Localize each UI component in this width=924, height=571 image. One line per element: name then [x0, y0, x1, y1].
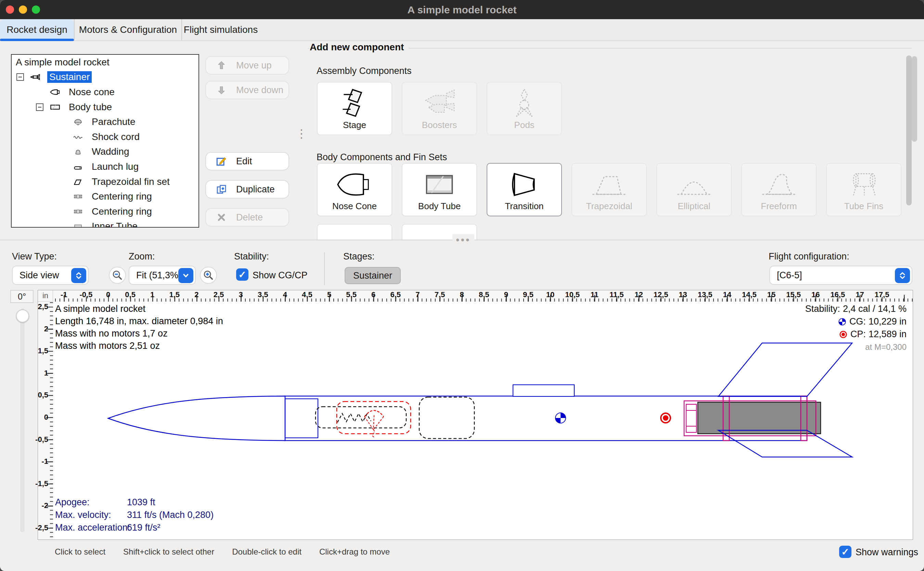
component-card-icon: [585, 169, 633, 200]
component-actions: Move up Move down Edit Duplicate Delete: [205, 56, 289, 227]
motor-shape[interactable]: [698, 402, 821, 434]
tree-row[interactable]: Centering ring: [12, 204, 199, 219]
ruler-tick-label: 5,5: [346, 290, 357, 299]
ruler-tick-label: -1,5: [35, 479, 48, 488]
tree-item-icon: [46, 86, 64, 97]
ruler-tick-label: 12,5: [654, 290, 668, 299]
ruler-tick-label: 1: [150, 290, 154, 299]
action-button[interactable]: Duplicate: [205, 180, 289, 199]
ruler-tick-label: 2: [44, 324, 48, 333]
close-window-button[interactable]: [6, 6, 14, 14]
ruler-tick-label: 6: [371, 290, 376, 299]
rocket-info-line: Length 16,748 in, max. diameter 0,984 in: [55, 315, 223, 327]
main-tab[interactable]: Flight simulations: [182, 19, 259, 40]
zoom-in-button[interactable]: [200, 267, 217, 284]
ruler-tick-label: 6,5: [391, 290, 401, 299]
tree-expander-icon[interactable]: [17, 73, 24, 81]
tree-row[interactable]: Sustainer: [12, 70, 199, 85]
show-cgcp-checkbox[interactable]: ✓: [236, 269, 248, 281]
rocket-canvas[interactable]: in -1-0,500,511,522,533,544,555,566,577,…: [38, 290, 913, 540]
tree-row[interactable]: Inner Tube: [12, 219, 199, 228]
ruler-tick-label: 1: [44, 369, 48, 378]
add-panel-scrollbar[interactable]: [912, 56, 917, 142]
zoom-label: Zoom:: [129, 251, 155, 262]
tree-expander-icon[interactable]: [36, 103, 43, 111]
stability-label: Stability:: [234, 251, 269, 262]
stability-block: Stability:2,4 cal / 14,1 % CG:10,229 in …: [805, 302, 907, 353]
tree-item-label: Wadding: [90, 146, 131, 157]
rocket-info-line: A simple model rocket: [55, 302, 223, 315]
tree-item-icon: [69, 206, 87, 217]
tree-row[interactable]: Launch lug: [12, 159, 199, 174]
section-title-assembly: Assembly Components: [317, 66, 412, 76]
tree-item-icon: [46, 102, 64, 113]
cg-value: 10,229 in: [869, 315, 907, 328]
zoom-out-button[interactable]: [109, 267, 126, 284]
ruler-tick-label: 14: [723, 290, 732, 299]
tree-row[interactable]: Shock cord: [12, 130, 199, 145]
action-button-icon: [216, 60, 227, 71]
add-component-title: Add new component: [310, 42, 409, 53]
show-warnings-label: Show warnings: [856, 547, 918, 558]
tree-row[interactable]: Parachute: [12, 114, 199, 130]
ruler-tick-label: 10,5: [565, 290, 580, 299]
component-card-icon: [500, 169, 548, 200]
hint-text: Double-click to edit: [232, 547, 302, 557]
launch-lug-shape[interactable]: [513, 385, 574, 397]
ruler-tick-label: 12: [634, 290, 643, 299]
component-card: Trapezoidal: [571, 163, 647, 216]
rotation-slider-knob[interactable]: [16, 309, 29, 323]
show-warnings-checkbox[interactable]: ✓: [839, 546, 852, 558]
component-card-icon: [416, 88, 464, 119]
engine-block-shape[interactable]: [686, 404, 696, 432]
tree-row[interactable]: Body tube: [12, 100, 199, 115]
nose-cone-shape[interactable]: [108, 396, 285, 441]
rocket-info-block: A simple model rocketLength 16,748 in, m…: [55, 302, 223, 352]
component-card[interactable]: Body Tube: [402, 163, 477, 216]
component-card[interactable]: Stage: [317, 82, 392, 135]
component-card-partial[interactable]: [317, 224, 392, 240]
horizontal-splitter-handle-icon[interactable]: •••: [453, 234, 474, 246]
chevron-updown-icon: [71, 268, 86, 283]
section-title-body: Body Components and Fin Sets: [317, 152, 447, 163]
tree-item-icon: [69, 176, 87, 187]
ruler-tick-label: 2: [194, 290, 199, 299]
flight-config-select[interactable]: [C6-5]: [769, 265, 912, 285]
tree-item-label: Trapezoidal fin set: [90, 176, 172, 188]
view-type-label: View Type:: [12, 251, 57, 262]
checkmark-icon: ✓: [238, 269, 246, 280]
stability-label: Stability:: [805, 302, 840, 315]
action-button[interactable]: Edit: [205, 152, 289, 170]
ruler-tick-label: 14,5: [742, 290, 757, 299]
action-button: Delete: [205, 208, 289, 227]
component-card[interactable]: Nose Cone: [317, 163, 392, 216]
component-card[interactable]: Transition: [487, 163, 562, 216]
minimize-window-button[interactable]: [19, 6, 27, 14]
cp-legend-icon: [839, 330, 848, 339]
stage-toggle-button[interactable]: Sustainer: [345, 267, 401, 284]
action-button-icon: [216, 184, 227, 195]
cp-value: 12,589 in: [869, 328, 907, 341]
cg-label: CG:: [849, 315, 866, 328]
main-tab[interactable]: Rocket design: [0, 19, 74, 40]
tree-item-icon: [27, 71, 45, 82]
cp-label: CP:: [850, 328, 866, 341]
view-type-select[interactable]: Side view: [12, 265, 89, 285]
stages-label: Stages:: [343, 251, 375, 262]
tree-row[interactable]: Trapezoidal fin set: [12, 174, 199, 189]
tree-row[interactable]: Centering ring: [12, 189, 199, 204]
chevron-updown-icon: [895, 268, 910, 283]
tree-item-label: Nose cone: [67, 86, 117, 98]
tree-row[interactable]: Wadding: [12, 145, 199, 159]
zoom-window-button[interactable]: [32, 6, 40, 14]
ruler-tick-label: 0,5: [125, 290, 136, 299]
main-tab[interactable]: Motors & Configuration: [74, 19, 182, 40]
checkmark-icon: ✓: [841, 546, 849, 558]
zoom-select[interactable]: Fit (51,3%): [129, 265, 196, 285]
rotation-slider-track[interactable]: [20, 309, 24, 532]
tree-item-label: Centering ring: [90, 191, 154, 202]
flight-data-row: Apogee:1039 ft: [55, 496, 214, 509]
tree-row[interactable]: A simple model rocket: [12, 55, 199, 70]
tree-row[interactable]: Nose cone: [12, 85, 199, 100]
ruler-tick-label: 0: [106, 290, 110, 299]
